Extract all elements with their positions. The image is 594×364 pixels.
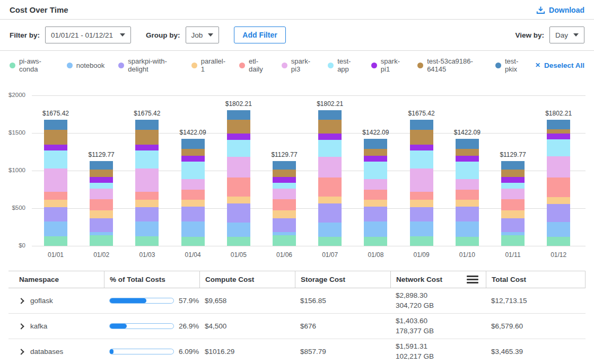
network-cost-cell: $1,591.31102,217 GB (390, 339, 486, 364)
deselect-all-button[interactable]: ✕ Deselect All (535, 61, 584, 69)
bar-segment-pi-aws-conda (410, 236, 433, 246)
bar-segment-spark-pi3 (227, 157, 250, 177)
pct-progress-fill (110, 349, 113, 354)
bar-segment-sparkpi-with-delight (273, 218, 296, 232)
bar-01/06 (273, 161, 296, 246)
bar-segment-test-53ca9186-64145 (227, 120, 250, 134)
bar-segment-parallel-1 (90, 210, 113, 218)
bar-01/02 (90, 161, 113, 246)
namespace-label: kafka (30, 322, 47, 330)
pct-label: 6.09% (179, 348, 199, 356)
legend-item-test-pkix[interactable]: test-pkix (495, 57, 526, 73)
pct-progress-bar (109, 349, 174, 354)
bar-segment-spark-pi1 (410, 145, 433, 150)
y-axis-tick-label: $0 (0, 242, 25, 248)
bar-segment-etl-daily (273, 199, 296, 211)
y-axis-tick-label: $2000 (0, 92, 25, 98)
bar-segment-etl-daily (501, 199, 525, 211)
x-axis-tick-label: 01/01 (32, 251, 80, 259)
bar-01/12 (547, 120, 570, 246)
legend-item-test-53ca9186-64145[interactable]: test-53ca9186-64145 (417, 57, 482, 73)
bar-segment-pi-aws-conda (456, 237, 479, 246)
download-button[interactable]: Download (536, 6, 584, 14)
table-row-databases: databases6.09%$1016.29$857.79$1,591.3110… (8, 339, 586, 364)
group-by-dropdown[interactable]: Job (186, 26, 220, 43)
bar-01/09 (410, 120, 433, 246)
column-header--of-total-costs: % of Total Costs (104, 271, 199, 288)
bar-segment-test-53ca9186-64145 (135, 130, 159, 145)
chevron-right-icon[interactable] (18, 349, 24, 354)
bar-total-label: $1422.09 (443, 129, 491, 136)
legend-item-sparkpi-with-delight[interactable]: sparkpi-with-delight (118, 57, 177, 73)
column-header-label: Namespace (19, 276, 59, 283)
bar-segment-pi-aws-conda (44, 236, 67, 246)
legend-item-notebook[interactable]: notebook (67, 61, 105, 69)
compute-cost-cell: $1016.29 (199, 339, 295, 364)
bar-segment-notebook (181, 221, 205, 237)
pct-of-total-cell: 57.9% (104, 288, 199, 313)
chevron-down-icon (120, 33, 125, 37)
column-header-label: Compute Cost (205, 276, 254, 283)
bar-segment-sparkpi-with-delight (410, 207, 433, 221)
bar-segment-spark-pi1 (90, 177, 113, 183)
bar-01/03 (135, 120, 159, 246)
pct-progress-bar (109, 323, 174, 329)
bar-segment-parallel-1 (44, 200, 67, 207)
bar-segment-parallel-1 (501, 210, 525, 218)
chevron-right-icon[interactable] (18, 298, 24, 304)
date-range-value: 01/01/21 - 01/12/21 (51, 31, 113, 39)
bar-segment-pi-aws-conda (547, 237, 570, 246)
column-header-label: Storage Cost (301, 276, 345, 283)
legend-item-etl-daily[interactable]: etl-daily (239, 57, 268, 73)
legend-item-label: test-pkix (505, 57, 526, 73)
legend-item-spark-pi3[interactable]: spark-pi3 (282, 57, 314, 73)
chevron-right-icon[interactable] (18, 323, 24, 329)
total-cost-cell: $12,713.15 (486, 288, 586, 313)
bar-segment-test-app (90, 183, 113, 189)
bar-segment-pi-aws-conda (273, 235, 296, 246)
bar-segment-sparkpi-with-delight (364, 207, 387, 221)
x-axis-tick-label: 01/08 (352, 251, 399, 259)
date-range-dropdown[interactable]: 01/01/21 - 01/12/21 (45, 26, 131, 43)
bar-segment-sparkpi-with-delight (227, 203, 250, 223)
legend-item-label: test-53ca9186-64145 (427, 57, 482, 73)
legend-item-label: spark-pi1 (381, 57, 404, 73)
bar-segment-test-53ca9186-64145 (410, 130, 433, 145)
bar-segment-test-pkix (547, 120, 570, 129)
bar-segment-spark-pi3 (90, 189, 113, 199)
bar-total-label: $1802.21 (215, 100, 263, 108)
legend-item-pi-aws-conda[interactable]: pi-aws-conda (10, 57, 53, 73)
gridline-1500 (32, 133, 586, 134)
bar-segment-notebook (135, 221, 159, 236)
column-header-storage-cost: Storage Cost (295, 271, 390, 288)
bar-segment-sparkpi-with-delight (456, 207, 479, 221)
view-by-dropdown[interactable]: Day (549, 26, 584, 43)
x-axis-tick-label: 01/09 (398, 251, 446, 259)
cost-over-time-chart: $0$500$1000$1500$2000$1675.4201/01$1129.… (0, 79, 594, 262)
bar-segment-etl-daily (227, 177, 250, 197)
bar-segment-test-app (547, 139, 570, 156)
legend-item-test-app[interactable]: test-app (328, 57, 357, 73)
chevron-down-icon (208, 33, 213, 37)
close-icon: ✕ (535, 61, 540, 69)
bar-segment-etl-daily (181, 190, 205, 200)
bar-segment-notebook (547, 222, 570, 237)
bar-segment-pi-aws-conda (181, 237, 205, 246)
namespace-label: databases (30, 348, 63, 356)
legend-dot-icon (417, 63, 423, 68)
legend-item-parallel-1[interactable]: parallel-1 (191, 57, 225, 73)
x-axis-tick-label: 01/11 (489, 251, 537, 259)
network-gb-value: 304,720 GB (396, 301, 434, 310)
bar-segment-notebook (44, 221, 67, 236)
bar-segment-parallel-1 (135, 200, 159, 207)
x-axis-tick-label: 01/12 (535, 251, 582, 259)
namespace-cost-table: Namespace% of Total CostsCompute CostSto… (8, 271, 586, 364)
legend-dot-icon (239, 63, 245, 68)
column-menu-icon[interactable] (467, 276, 478, 283)
bar-segment-spark-pi1 (318, 134, 342, 139)
bar-01/07 (318, 110, 342, 246)
y-axis-tick-label: $1000 (0, 167, 25, 173)
bar-segment-notebook (318, 223, 342, 237)
legend-item-spark-pi1[interactable]: spark-pi1 (371, 57, 404, 73)
add-filter-button[interactable]: Add Filter (234, 26, 285, 43)
